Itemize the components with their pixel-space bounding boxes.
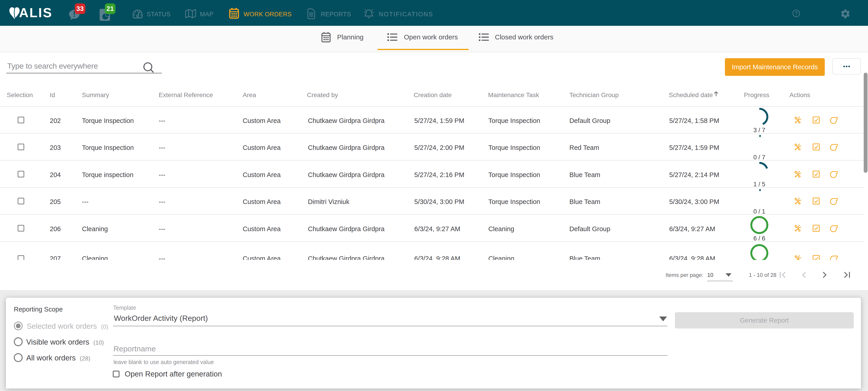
svg-text:?: ? — [795, 10, 798, 17]
